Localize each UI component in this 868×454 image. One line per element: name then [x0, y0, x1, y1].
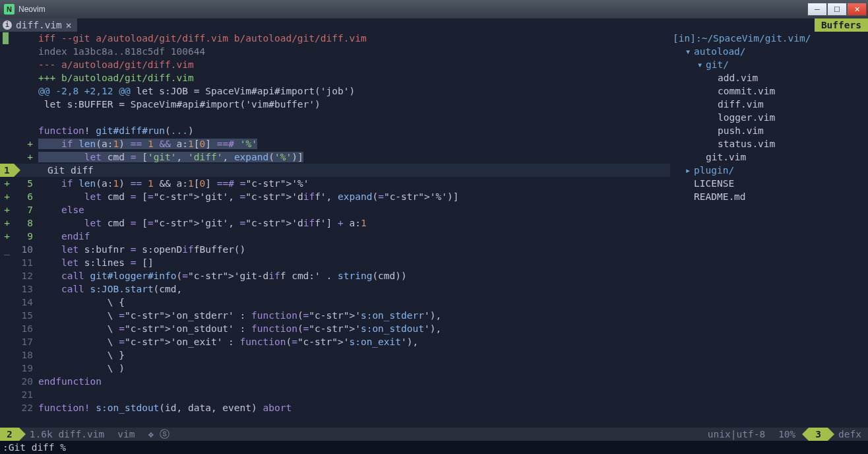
tree-file[interactable]: status.vim	[673, 137, 868, 150]
tree-arrow-icon	[685, 177, 691, 190]
tree-dir[interactable]: ▸plugin/	[673, 164, 868, 177]
gutter: 16	[0, 322, 38, 335]
neovim-icon: N	[4, 4, 15, 15]
status-winnr-left: 2	[0, 428, 19, 441]
tree-arrow-icon: ▾	[685, 45, 691, 58]
tree-file[interactable]: README.md	[673, 190, 868, 203]
code-line: function! s:on_stdout(id, data, event) a…	[38, 401, 670, 414]
status-glyphs: ❖ ⓢ	[141, 428, 175, 441]
gutter: + 5	[0, 177, 38, 190]
status-filetype: vim	[111, 428, 141, 441]
gutter: 19	[0, 362, 38, 375]
gutter: 20	[0, 375, 38, 388]
tree-file[interactable]: LICENSE	[673, 177, 868, 190]
tree-item-label: plugin/	[694, 164, 734, 177]
tree-item-label: status.vim	[718, 137, 775, 150]
gutter: + 9	[0, 230, 38, 243]
status-filesize: 1.6k	[30, 428, 53, 441]
gutter: 11	[0, 256, 38, 269]
close-button[interactable]: ✕	[847, 3, 867, 16]
code-line: let s:lines = []	[38, 256, 670, 269]
code-line: if len(a:1) == 1 && a:1[0] ==# ="c-str">…	[38, 177, 670, 190]
tree-file[interactable]: push.vim	[673, 124, 868, 137]
code-line: \ {	[38, 296, 670, 309]
diff-plus-file: +++ b/autoload/git/diff.vim	[38, 71, 670, 84]
code-line: let s:bufnr = s:openDiffBuffer()	[38, 243, 670, 256]
tree-item-label: diff.vim	[718, 98, 764, 111]
maximize-button[interactable]: ☐	[827, 3, 847, 16]
tab-diff-vim[interactable]: i diff.vim ✕	[0, 18, 77, 32]
tree-file[interactable]: commit.vim	[673, 84, 868, 98]
code-line: \ )	[38, 362, 670, 375]
minimize-button[interactable]: ─	[807, 3, 827, 16]
tree-item-label: push.vim	[718, 124, 764, 137]
tree-item-label: LICENSE	[694, 177, 734, 190]
gutter: 14	[0, 296, 38, 309]
tree-arrow-icon	[697, 150, 703, 164]
tree-arrow-icon	[708, 84, 715, 98]
tree-file[interactable]: git.vim	[673, 150, 868, 164]
tree-file[interactable]: diff.vim	[673, 98, 868, 111]
tree-item-label: add.vim	[718, 71, 758, 84]
tree-arrow-icon: ▸	[685, 164, 691, 177]
gutter: 13	[0, 282, 38, 296]
tree-arrow-icon	[708, 71, 715, 84]
tree-dir[interactable]: ▾git/	[673, 58, 868, 71]
gutter: 17	[0, 335, 38, 348]
gutter: 21	[0, 388, 38, 401]
tree-file[interactable]: logger.vim	[673, 111, 868, 124]
ctx-buffer-import: let s:BUFFER = SpaceVim#api#import('vim#…	[38, 98, 670, 111]
tree-arrow-icon	[708, 137, 715, 150]
diff-index: index 1a3bc8a..818c5df 100644	[38, 45, 670, 58]
diff-minus-file: --- a/autoload/git/diff.vim	[38, 58, 670, 71]
gutter: + 6	[0, 190, 38, 203]
tabline: i diff.vim ✕ Buffers	[0, 18, 868, 32]
diff-hunk: @@ -2,8 +2,12 @@	[38, 86, 131, 96]
cursor-line-badge: 1	[0, 164, 14, 177]
diff-git-prefix: iff --git	[38, 33, 96, 44]
tree-item-label: commit.vim	[718, 84, 775, 98]
tree-arrow-icon: ▾	[697, 58, 703, 71]
buffers-button[interactable]: Buffers	[815, 18, 868, 32]
tree-item-label: git/	[706, 58, 729, 71]
tab-close-icon[interactable]: ✕	[66, 18, 72, 32]
terminal-area: i diff.vim ✕ Buffers iff --git a/autoloa…	[0, 18, 868, 454]
tab-index-icon: i	[3, 20, 12, 30]
gutter: 12	[0, 269, 38, 282]
code-line: endif	[38, 230, 670, 243]
status-filename: diff.vim	[58, 428, 104, 441]
command-line[interactable]: :Git diff %	[0, 441, 868, 454]
status-winnr-right: 3	[809, 428, 828, 441]
tree-arrow-icon	[685, 190, 691, 203]
cwd-path: [in]: ~/SpaceVim/git.vim/	[673, 32, 868, 45]
code-line: call s:JOB.start(cmd,	[38, 282, 670, 296]
code-line: let cmd = [="c-str">'git', ="c-str">'dif…	[38, 216, 670, 230]
code-line: endfunction	[38, 375, 670, 388]
status-encoding: unix|utf-8	[701, 428, 772, 441]
code-line: \ ="c-str">'on_stderr' : function(="c-st…	[38, 309, 670, 322]
code-line: \ ="c-str">'on_exit' : function(="c-str"…	[38, 335, 670, 348]
code-line	[38, 388, 670, 401]
code-line: call git#logger#info(="c-str">'git-diff …	[38, 269, 670, 282]
window-titlebar: N Neovim ─ ☐ ✕	[0, 0, 868, 18]
tree-item-label: README.md	[694, 190, 746, 203]
tree-arrow-icon	[708, 98, 715, 111]
code-line: else	[38, 203, 670, 216]
tree-arrow-icon	[708, 124, 715, 137]
status-right-name: defx	[828, 428, 868, 441]
file-tree[interactable]: [in]: ~/SpaceVim/git.vim/ ▾autoload/▾git…	[670, 32, 868, 414]
code-line: \ ="c-str">'on_stdout' : function(="c-st…	[38, 322, 670, 335]
tree-item-label: logger.vim	[718, 111, 775, 124]
window-buttons: ─ ☐ ✕	[807, 3, 867, 16]
window-title: Neovim	[18, 5, 46, 14]
statusline: 2 1.6k diff.vim vim ❖ ⓢ unix|utf-8 10% 3…	[0, 428, 868, 441]
code-line: \ }	[38, 348, 670, 362]
tree-dir[interactable]: ▾autoload/	[673, 45, 868, 58]
status-percent: 10%	[772, 428, 802, 441]
gutter: + 8	[0, 216, 38, 230]
tree-file[interactable]: add.vim	[673, 71, 868, 84]
tree-item-label: autoload/	[694, 45, 746, 58]
diff-buffer[interactable]: iff --git a/autoload/git/diff.vim b/auto…	[0, 32, 670, 414]
gutter: + 7	[0, 203, 38, 216]
tree-arrow-icon	[708, 111, 715, 124]
